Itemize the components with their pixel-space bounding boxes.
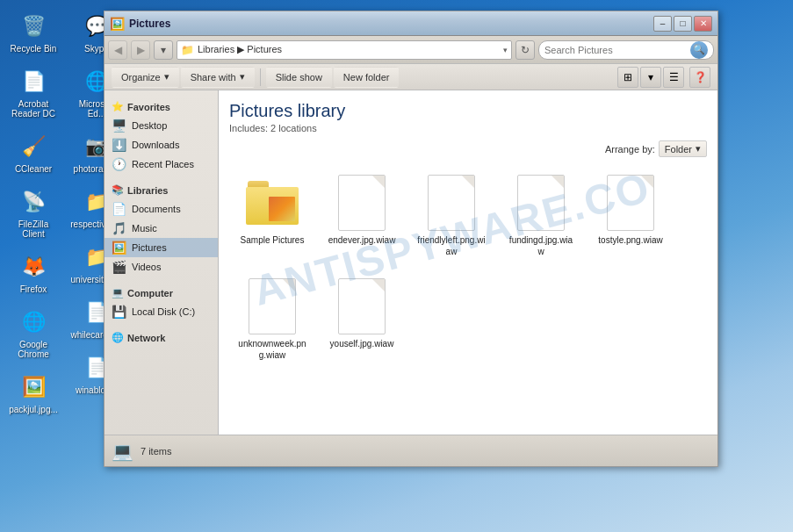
- new-folder-button[interactable]: New folder: [334, 67, 400, 88]
- new-folder-label: New folder: [343, 72, 390, 83]
- endever-label: endever.jpg.wiaw: [328, 234, 396, 246]
- help-button[interactable]: ❓: [689, 67, 710, 88]
- file-item-unknownweek[interactable]: unknownweek.png.wiaw: [233, 273, 312, 366]
- firefox-label: Firefox: [20, 284, 47, 294]
- title-bar: 🖼️ Pictures – □ ✕: [105, 11, 717, 36]
- videos-sidebar-icon: 🎬: [112, 260, 126, 274]
- packjul-label: packjul.jpg...: [9, 405, 58, 414]
- sidebar-item-recent[interactable]: 🕐 Recent Places: [105, 155, 218, 174]
- view-toggle-button[interactable]: ▾: [640, 67, 661, 88]
- status-count: 7 items: [141, 446, 171, 457]
- sidebar-item-pictures[interactable]: 🖼️ Pictures: [105, 238, 218, 257]
- desktop-icon-recycle-bin[interactable]: 🗑️ Recycle Bin: [4, 7, 63, 57]
- endever-file-icon: [338, 175, 386, 231]
- toolbar-separator: [260, 68, 261, 86]
- close-button[interactable]: ✕: [694, 16, 712, 32]
- sidebar-item-documents[interactable]: 📄 Documents: [105, 199, 218, 219]
- search-button[interactable]: 🔍: [690, 41, 708, 59]
- folder-icon-container: [244, 175, 300, 231]
- view-details-button[interactable]: ☰: [663, 67, 684, 88]
- endever-icon-container: [334, 175, 390, 231]
- fundingd-label: fundingd.jpg.wiaw: [507, 234, 575, 257]
- unknownweek-icon-container: [244, 278, 300, 334]
- arrange-label: Arrange by:: [605, 144, 655, 155]
- minimize-button[interactable]: –: [653, 16, 672, 32]
- tostyle-label: tostyle.png.wiaw: [598, 234, 662, 246]
- file-corner: [283, 279, 295, 291]
- search-box[interactable]: 🔍: [538, 40, 714, 60]
- window-title: Pictures: [129, 18, 653, 30]
- address-dropdown-arrow[interactable]: ▾: [503, 46, 508, 54]
- explorer-window: 🖼️ Pictures – □ ✕ ◀ ▶ ▾ 📁 Libraries ▶ Pi…: [104, 11, 718, 467]
- forward-button[interactable]: ▶: [131, 40, 150, 60]
- sidebar: ⭐ Favorites 🖥️ Desktop ⬇️ Downloads 🕐 Re…: [105, 90, 219, 435]
- desktop-icon-ccleaner[interactable]: 🧹 CCleaner: [4, 127, 63, 177]
- friendlyleft-label: friendlyleft.png.wiaw: [417, 234, 486, 257]
- file-area: Pictures library Includes: 2 locations A…: [219, 90, 717, 435]
- sidebar-item-music[interactable]: 🎵 Music: [105, 219, 218, 238]
- dropdown-button[interactable]: ▾: [154, 40, 173, 60]
- view-icons-button[interactable]: ⊞: [617, 67, 638, 88]
- back-button[interactable]: ◀: [108, 40, 127, 60]
- desktop-icon-filezilla[interactable]: 📡 FileZilla Client: [4, 183, 63, 242]
- folder-preview-image: [269, 197, 295, 221]
- libraries-icon: 📚: [112, 184, 124, 196]
- file-item-youself[interactable]: youself.jpg.wiaw: [322, 273, 401, 366]
- file-item-friendlyleft[interactable]: friendlyleft.png.wiaw: [412, 169, 491, 262]
- file-item-tostyle[interactable]: tostyle.png.wiaw: [591, 169, 670, 262]
- content-area: ⭐ Favorites 🖥️ Desktop ⬇️ Downloads 🕐 Re…: [105, 90, 717, 435]
- unknownweek-label: unknownweek.png.wiaw: [238, 338, 306, 361]
- share-with-button[interactable]: Share with ▾: [181, 67, 255, 88]
- sidebar-item-videos[interactable]: 🎬 Videos: [105, 257, 218, 277]
- share-with-label: Share with: [191, 72, 236, 83]
- youself-icon-container: [334, 278, 390, 334]
- refresh-button[interactable]: ↻: [515, 40, 535, 60]
- organize-button[interactable]: Organize ▾: [112, 67, 179, 88]
- recycle-bin-label: Recycle Bin: [11, 44, 57, 54]
- sidebar-item-downloads[interactable]: ⬇️ Downloads: [105, 135, 218, 155]
- sidebar-item-desktop[interactable]: 🖥️ Desktop: [105, 116, 218, 135]
- desktop-icon-acrobat[interactable]: 📄 Acrobat Reader DC: [4, 62, 63, 122]
- libraries-section: 📚 Libraries 📄 Documents 🎵 Music 🖼️ Pictu…: [105, 181, 218, 277]
- packjul-icon: 🖼️: [18, 371, 49, 403]
- address-bar-text: Libraries ▶ Pictures: [198, 44, 500, 55]
- library-info: Includes: 2 locations: [229, 123, 707, 133]
- sample-pictures-folder-icon: [246, 181, 299, 225]
- file-item-sample-pictures[interactable]: Sample Pictures: [233, 169, 312, 262]
- files-grid: Sample Pictures endever.jpg.wiaw: [229, 166, 707, 370]
- library-header: Pictures library Includes: 2 locations: [229, 101, 707, 133]
- friendlyleft-icon-container: [423, 175, 479, 231]
- youself-label: youself.jpg.wiaw: [330, 338, 394, 349]
- share-with-arrow: ▾: [240, 71, 245, 83]
- recent-sidebar-icon: 🕐: [112, 157, 126, 171]
- desktop-icon-firefox[interactable]: 🦊 Firefox: [4, 248, 63, 298]
- slide-show-button[interactable]: Slide show: [266, 67, 332, 88]
- status-computer-icon: 💻: [112, 441, 133, 462]
- organize-arrow: ▾: [164, 71, 169, 83]
- file-item-endever[interactable]: endever.jpg.wiaw: [322, 169, 401, 262]
- unknownweek-file-icon: [249, 278, 296, 334]
- network-section: 🌐 Network: [105, 328, 218, 347]
- friendlyleft-file-icon: [428, 175, 475, 231]
- arrange-dropdown[interactable]: Folder ▾: [659, 140, 707, 157]
- arrange-dropdown-arrow: ▾: [696, 143, 701, 155]
- documents-sidebar-icon: 📄: [112, 202, 126, 216]
- status-bar: 💻 7 items: [105, 435, 717, 466]
- tostyle-icon-container: [602, 175, 659, 231]
- title-bar-buttons: – □ ✕: [653, 16, 712, 32]
- address-bar[interactable]: 📁 Libraries ▶ Pictures ▾: [177, 40, 512, 60]
- window-icon: 🖼️: [110, 17, 124, 31]
- arrange-value: Folder: [665, 144, 692, 155]
- filezilla-icon: 📡: [18, 186, 49, 218]
- desktop-icon-packjul[interactable]: 🖼️ packjul.jpg...: [4, 368, 63, 418]
- file-item-fundingd[interactable]: fundingd.jpg.wiaw: [501, 169, 580, 262]
- slide-show-label: Slide show: [276, 72, 322, 83]
- sidebar-item-local-disk[interactable]: 💾 Local Disk (C:): [105, 302, 218, 321]
- youself-file-icon: [338, 278, 386, 334]
- maximize-button[interactable]: □: [674, 16, 692, 32]
- search-input[interactable]: [544, 45, 687, 55]
- computer-section: 💻 Computer 💾 Local Disk (C:): [105, 284, 218, 321]
- ccleaner-icon: 🧹: [18, 131, 49, 162]
- desktop-icon-chrome[interactable]: 🌐 Google Chrome: [4, 303, 63, 363]
- nav-bar: ◀ ▶ ▾ 📁 Libraries ▶ Pictures ▾ ↻ 🔍: [105, 36, 717, 64]
